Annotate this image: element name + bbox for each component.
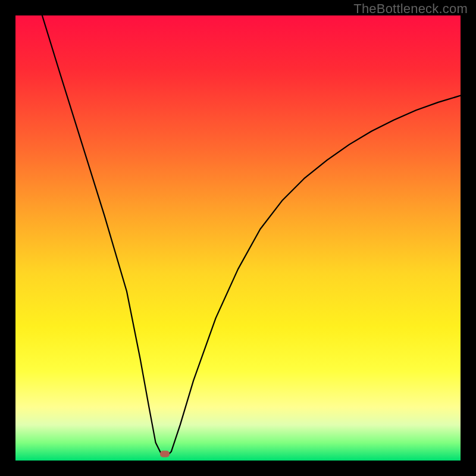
minimum-marker	[160, 450, 170, 457]
curve-svg	[15, 15, 461, 461]
line-path	[42, 15, 461, 456]
watermark-text: TheBottleneck.com	[353, 1, 468, 17]
plot-area	[15, 15, 461, 461]
chart-frame: TheBottleneck.com	[0, 0, 476, 476]
